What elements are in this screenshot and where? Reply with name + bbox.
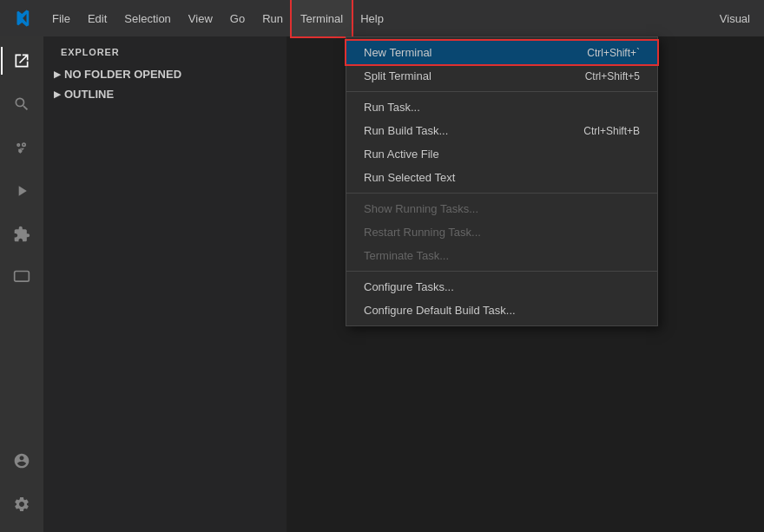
menu-item-split-terminal[interactable]: Split TerminalCtrl+Shift+5 <box>346 64 657 88</box>
menu-item-label-terminate-task: Terminate Task... <box>364 249 449 262</box>
activity-bar-bottom <box>1 440 43 532</box>
menu-help[interactable]: Help <box>352 0 392 36</box>
menu-item-label-configure-default-build-task: Configure Default Build Task... <box>364 304 516 317</box>
activity-accounts[interactable] <box>1 440 43 482</box>
menu-item-label-split-terminal: Split Terminal <box>364 69 431 82</box>
menu-view[interactable]: View <box>180 0 221 36</box>
sidebar-no-folder-label: NO FOLDER OPENED <box>64 68 181 81</box>
activity-remote-explorer[interactable] <box>1 257 43 299</box>
svg-rect-0 <box>15 272 30 282</box>
sidebar: EXPLORER ▶ NO FOLDER OPENED ▶ OUTLINE <box>43 36 286 532</box>
sidebar-title: EXPLORER <box>43 36 286 64</box>
menu-item-configure-default-build-task[interactable]: Configure Default Build Task... <box>346 299 657 322</box>
menu-item-label-run-build-task: Run Build Task... <box>364 124 448 137</box>
activity-bar <box>0 36 43 532</box>
menu-item-label-run-selected-text: Run Selected Text <box>364 171 455 184</box>
activity-extensions[interactable] <box>1 213 43 255</box>
activity-explorer[interactable] <box>1 40 43 82</box>
menu-item-label-run-active-file: Run Active File <box>364 148 439 161</box>
menu-item-restart-running-task[interactable]: Restart Running Task... <box>346 220 657 244</box>
menu-item-run-selected-text[interactable]: Run Selected Text <box>346 166 657 189</box>
window-title-right: Visual <box>720 12 764 25</box>
menu-item-label-show-running-tasks: Show Running Tasks... <box>364 202 478 215</box>
menu-item-keybind-new-terminal: Ctrl+Shift+` <box>587 47 640 59</box>
chevron-right-icon: ▶ <box>54 69 61 79</box>
vscode-logo <box>0 0 43 36</box>
menu-item-configure-tasks[interactable]: Configure Tasks... <box>346 275 657 299</box>
menu-item-run-build-task[interactable]: Run Build Task...Ctrl+Shift+B <box>346 119 657 142</box>
menu-terminal[interactable]: Terminal <box>292 0 352 36</box>
menubar: File Edit Selection View Go Run Terminal… <box>0 0 764 36</box>
terminal-menu-section-0: New TerminalCtrl+Shift+`Split TerminalCt… <box>346 37 657 92</box>
menu-go[interactable]: Go <box>221 0 254 36</box>
activity-settings[interactable] <box>1 483 43 525</box>
menu-file[interactable]: File <box>43 0 79 36</box>
terminal-dropdown-menu: New TerminalCtrl+Shift+`Split TerminalCt… <box>346 36 658 326</box>
sidebar-no-folder[interactable]: ▶ NO FOLDER OPENED <box>43 64 286 84</box>
menu-item-label-configure-tasks: Configure Tasks... <box>364 280 454 293</box>
sidebar-outline-label: OUTLINE <box>64 88 114 101</box>
terminal-menu-section-1: Run Task...Run Build Task...Ctrl+Shift+B… <box>346 92 657 194</box>
chevron-right-icon-2: ▶ <box>54 89 61 99</box>
menu-item-terminate-task[interactable]: Terminate Task... <box>346 244 657 267</box>
menu-item-new-terminal[interactable]: New TerminalCtrl+Shift+` <box>346 41 657 64</box>
menu-run[interactable]: Run <box>254 0 292 36</box>
activity-run-debug[interactable] <box>1 170 43 212</box>
menu-item-run-active-file[interactable]: Run Active File <box>346 142 657 166</box>
menu-item-show-running-tasks[interactable]: Show Running Tasks... <box>346 197 657 220</box>
activity-source-control[interactable] <box>1 127 43 168</box>
menu-edit[interactable]: Edit <box>79 0 115 36</box>
menu-item-run-task[interactable]: Run Task... <box>346 95 657 119</box>
menu-item-label-new-terminal: New Terminal <box>364 46 432 59</box>
terminal-menu-section-3: Configure Tasks...Configure Default Buil… <box>346 272 657 325</box>
menu-item-keybind-split-terminal: Ctrl+Shift+5 <box>585 70 640 82</box>
sidebar-outline[interactable]: ▶ OUTLINE <box>43 84 286 104</box>
menu-selection[interactable]: Selection <box>115 0 179 36</box>
menu-item-label-run-task: Run Task... <box>364 101 420 114</box>
menu-item-label-restart-running-task: Restart Running Task... <box>364 226 481 239</box>
menu-item-keybind-run-build-task: Ctrl+Shift+B <box>583 125 640 137</box>
terminal-menu-section-2: Show Running Tasks...Restart Running Tas… <box>346 194 657 272</box>
activity-search[interactable] <box>1 83 43 125</box>
